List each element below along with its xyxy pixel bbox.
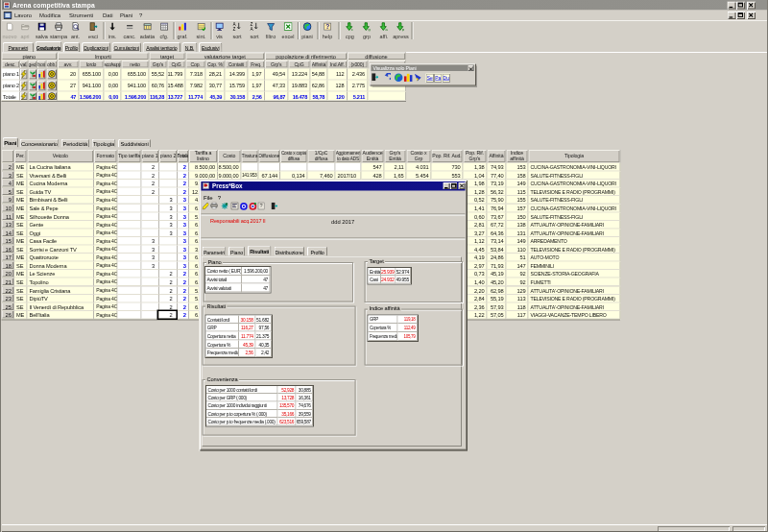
svg-text:g: g [369,27,371,31]
svg-text:a: a [386,27,389,31]
svg-text:Z: Z [232,27,235,31]
svg-text:A: A [250,27,253,31]
svg-text:p: p [402,27,404,31]
svg-text:?: ? [259,203,262,208]
svg-text:?: ? [325,23,329,30]
svg-text:c: c [351,27,353,31]
